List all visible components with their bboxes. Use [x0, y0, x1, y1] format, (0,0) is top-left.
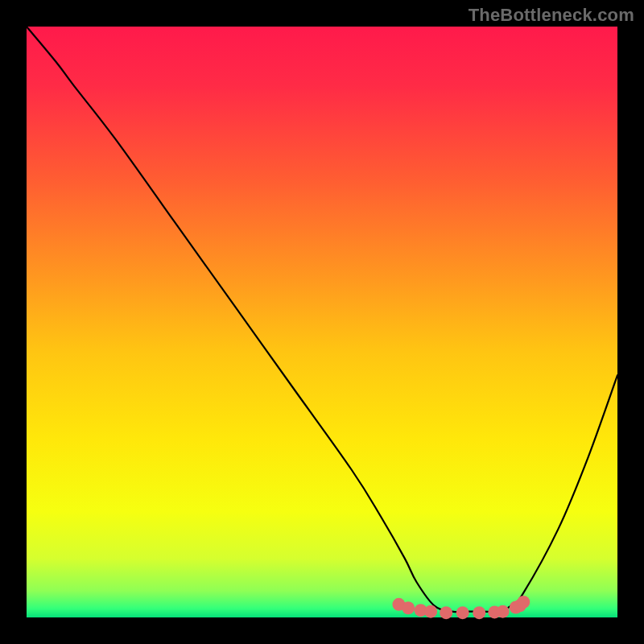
- marker-dot: [402, 601, 415, 614]
- plot-background: [27, 27, 617, 617]
- marker-dot: [517, 596, 530, 609]
- marker-dot: [424, 605, 437, 618]
- bottleneck-chart: [0, 0, 644, 644]
- marker-dot: [497, 605, 510, 618]
- chart-stage: { "watermark": { "text": "TheBottleneck.…: [0, 0, 644, 644]
- marker-dot: [440, 606, 452, 619]
- marker-dot: [456, 606, 469, 619]
- marker-dot: [473, 606, 485, 619]
